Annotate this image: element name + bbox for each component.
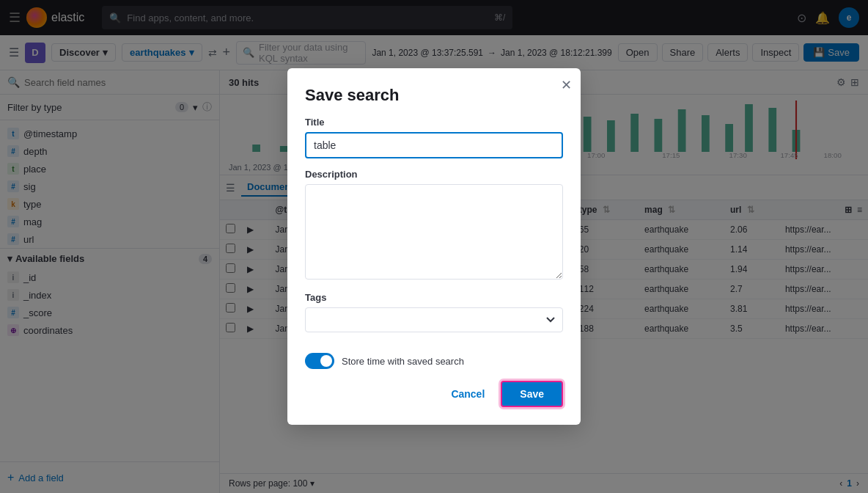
toggle-row: Store time with saved search xyxy=(305,353,563,369)
description-textarea[interactable] xyxy=(305,184,563,280)
modal-title: Save search xyxy=(305,86,563,105)
save-search-modal: ✕ Save search Title Description Tags Sto… xyxy=(287,68,581,425)
modal-close-button[interactable]: ✕ xyxy=(561,77,572,93)
title-input[interactable] xyxy=(305,132,563,158)
modal-save-button[interactable]: Save xyxy=(501,381,563,407)
tags-select[interactable] xyxy=(305,307,563,332)
store-time-toggle[interactable] xyxy=(305,353,334,369)
modal-overlay: ✕ Save search Title Description Tags Sto… xyxy=(0,0,868,493)
modal-footer: Cancel Save xyxy=(305,381,563,407)
title-label: Title xyxy=(305,117,563,128)
tags-label: Tags xyxy=(305,292,563,303)
toggle-label: Store time with saved search xyxy=(342,356,464,367)
cancel-button[interactable]: Cancel xyxy=(442,384,493,404)
description-label: Description xyxy=(305,169,563,180)
